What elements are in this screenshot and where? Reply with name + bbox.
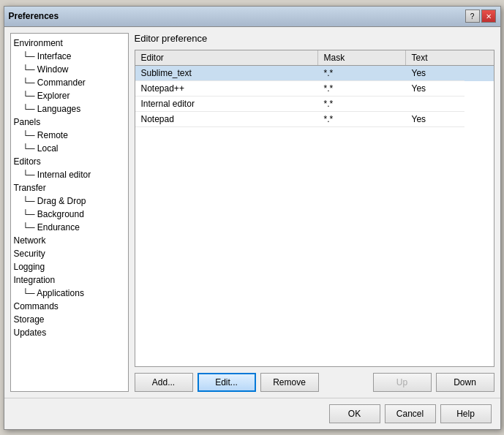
cancel-button[interactable]: Cancel <box>385 404 436 423</box>
title-bar: Preferences ? ✕ <box>4 7 500 27</box>
cell-mask-1: *.* <box>318 81 406 97</box>
preferences-window: Preferences ? ✕ Environment└─ Interface└… <box>4 6 501 430</box>
sidebar-item-endurance[interactable]: └─ Endurance <box>11 221 128 234</box>
sidebar-item-applications[interactable]: └─ Applications <box>11 287 128 300</box>
sidebar-item-background[interactable]: └─ Background <box>11 208 128 221</box>
cell-text-0: Yes <box>406 66 464 81</box>
help-button[interactable]: Help <box>440 404 492 423</box>
content-area: Environment└─ Interface└─ Window└─ Comma… <box>4 27 500 398</box>
sidebar-item-logging[interactable]: Logging <box>11 260 128 273</box>
cell-editor-2: Internal editor <box>135 97 318 112</box>
main-panel: Editor preference Editor Mask Text Subli… <box>135 33 494 392</box>
sidebar-item-panels[interactable]: Panels <box>11 116 128 129</box>
sidebar-item-transfer[interactable]: Transfer <box>11 181 128 194</box>
sidebar: Environment└─ Interface└─ Window└─ Comma… <box>10 33 129 392</box>
cell-editor-1: Notepad++ <box>135 81 318 97</box>
table-row[interactable]: Internal editor*.* <box>135 97 494 112</box>
cell-mask-3: *.* <box>318 112 406 127</box>
close-button[interactable]: ✕ <box>481 10 496 23</box>
sidebar-item-updates[interactable]: Updates <box>11 326 128 339</box>
action-buttons: Add... Edit... Remove Up Down <box>135 373 494 392</box>
col-editor: Editor <box>135 50 318 65</box>
remove-button[interactable]: Remove <box>260 373 319 392</box>
table-header: Editor Mask Text <box>135 50 494 66</box>
sidebar-item-network[interactable]: Network <box>11 234 128 247</box>
sidebar-item-commander[interactable]: └─ Commander <box>11 76 128 89</box>
table-body: Sublime_text*.*YesNotepad++*.*YesInterna… <box>135 66 494 366</box>
down-button[interactable]: Down <box>436 373 494 392</box>
sidebar-item-drag-drop[interactable]: └─ Drag & Drop <box>11 194 128 208</box>
sidebar-item-commands[interactable]: Commands <box>11 300 128 313</box>
sidebar-item-security[interactable]: Security <box>11 247 128 260</box>
edit-button[interactable]: Edit... <box>198 373 256 392</box>
cell-text-3: Yes <box>406 112 464 127</box>
table-row[interactable]: Sublime_text*.*Yes <box>135 66 494 81</box>
cell-mask-2: *.* <box>318 97 406 112</box>
sidebar-item-explorer[interactable]: └─ Explorer <box>11 89 128 102</box>
sidebar-item-interface[interactable]: └─ Interface <box>11 50 128 63</box>
table-row[interactable]: Notepad++*.*Yes <box>135 81 494 97</box>
add-button[interactable]: Add... <box>135 373 193 392</box>
panel-title: Editor preference <box>135 33 494 44</box>
sidebar-item-env[interactable]: Environment <box>11 37 128 50</box>
cell-editor-0: Sublime_text <box>135 66 318 81</box>
sidebar-item-storage[interactable]: Storage <box>11 313 128 326</box>
window-title: Preferences <box>9 11 59 21</box>
col-text: Text <box>406 50 464 65</box>
sidebar-item-editors[interactable]: Editors <box>11 155 128 168</box>
editor-table: Editor Mask Text Sublime_text*.*YesNotep… <box>135 50 494 367</box>
cell-editor-3: Notepad <box>135 112 318 127</box>
title-bar-buttons: ? ✕ <box>465 10 496 23</box>
footer: OK Cancel Help <box>4 398 500 429</box>
sidebar-item-window[interactable]: └─ Window <box>11 63 128 76</box>
sidebar-item-languages[interactable]: └─ Languages <box>11 102 128 116</box>
col-mask: Mask <box>318 50 406 65</box>
left-buttons: Add... Edit... Remove <box>135 373 319 392</box>
cell-text-1: Yes <box>406 81 464 97</box>
table-row[interactable]: Notepad*.*Yes <box>135 112 494 127</box>
sidebar-item-local[interactable]: └─ Local <box>11 142 128 155</box>
cell-text-2 <box>406 97 464 112</box>
help-title-button[interactable]: ? <box>465 10 480 23</box>
right-buttons: Up Down <box>373 373 494 392</box>
sidebar-item-remote[interactable]: └─ Remote <box>11 129 128 142</box>
cell-mask-0: *.* <box>318 66 406 81</box>
up-button[interactable]: Up <box>373 373 432 392</box>
sidebar-item-internal-editor[interactable]: └─ Internal editor <box>11 168 128 181</box>
ok-button[interactable]: OK <box>329 404 380 423</box>
sidebar-item-integration[interactable]: Integration <box>11 273 128 287</box>
